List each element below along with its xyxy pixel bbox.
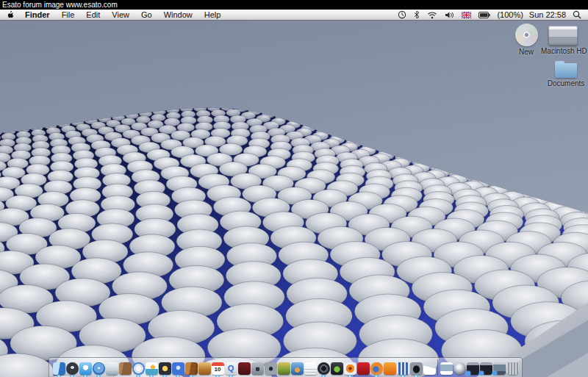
ical-icon: 10 [212,362,224,375]
menu-go[interactable]: Go [135,10,158,19]
dock-headphones[interactable] [290,359,304,377]
menubar-clock[interactable]: Sun 22:58 [526,10,569,19]
finder-icon [53,362,65,375]
dock-iphoto[interactable] [145,359,158,377]
dock-icon-glyph: 10 [212,367,224,373]
apple-icon [6,10,14,19]
dock-orange-ring[interactable] [343,359,356,377]
dock-red-n[interactable] [356,359,370,377]
dock-camera[interactable] [264,359,277,377]
dock-orange-badge[interactable] [383,359,396,377]
dock-minimized-window-image[interactable] [492,359,506,377]
preview-icon [106,362,118,375]
dock-preview[interactable] [105,359,118,377]
headphones-icon [291,362,304,375]
textedit-icon [304,362,317,375]
dock-quicktime[interactable]: Q [224,359,237,377]
dock: 10Q [49,357,523,377]
battery-icon[interactable] [475,12,494,18]
ichat-icon [79,362,92,375]
dock-minimized-window[interactable] [466,359,479,377]
firefox-icon [370,362,383,375]
wallpaper-selfridges-discs [0,21,588,377]
minimized-window-2-icon [480,362,492,375]
desktop-icon-documents[interactable]: Documents [545,60,587,87]
uk-flag-icon[interactable] [458,12,475,18]
desktop-icon-new-disc[interactable]: New [510,24,542,56]
dock-safari[interactable] [92,359,105,377]
menu-finder[interactable]: Finder [19,10,56,19]
dock-imovie[interactable] [158,359,171,377]
cd-icon [515,24,538,46]
orange-badge-icon [384,362,396,375]
dock-idvd[interactable] [171,359,184,377]
address-book-icon [119,362,132,375]
quicktime-icon: Q [225,362,237,375]
dock-garageband[interactable] [184,359,198,377]
menu-file[interactable]: File [56,10,81,19]
caption-text: Esato forum image www.esato.com [2,1,118,9]
caption-bar: Esato forum image www.esato.com [0,0,588,10]
metal-sphere-icon [453,362,466,375]
menu-view[interactable]: View [106,10,135,19]
dock-address-book[interactable] [118,359,132,377]
dock-finder[interactable] [52,359,65,377]
bluetooth-icon[interactable] [410,10,423,19]
dock-icon-glyph: Q [225,365,237,373]
volume-icon[interactable] [441,11,458,19]
orange-ring-icon [344,362,356,375]
menu-bar: Finder File Edit View Go Window Help (10… [0,10,588,21]
dock-green-creature[interactable] [330,359,343,377]
apple-menu[interactable] [0,10,19,19]
menu-edit[interactable]: Edit [80,10,106,19]
red-media-icon [238,362,251,375]
dock-ical[interactable]: 10 [211,359,224,377]
menu-window[interactable]: Window [158,10,198,19]
trash-icon [506,362,519,375]
desktop-icon-label: Macintosh HD [541,47,585,55]
dock-image-document[interactable] [440,359,453,377]
dock-textedit[interactable] [304,359,317,377]
dock-separator [437,359,438,376]
itunes-icon [132,362,145,375]
dock-trash[interactable] [506,359,519,377]
safari-icon [93,362,105,375]
garageband-icon [185,362,198,375]
dock-itunes[interactable] [132,359,145,377]
dock-image-capture[interactable] [251,359,264,377]
dock-dashboard[interactable] [65,359,79,377]
image-capture-icon [251,362,264,375]
idvd-icon [172,362,184,375]
clock-menu-icon[interactable] [394,10,410,19]
imovie-icon [159,362,171,375]
desktop: New Macintosh HD Documents [0,21,588,377]
black-bird-icon [410,362,423,375]
dock-ichat[interactable] [79,359,92,377]
dock-filmstrip[interactable] [396,359,409,377]
dock-fruit-basket[interactable] [277,359,290,377]
battery-percent[interactable]: (100%) [494,10,526,19]
dock-photo-stack[interactable] [423,359,436,377]
desktop-icon-label: New [510,48,542,56]
desktop-icon-macintosh-hd[interactable]: Macintosh HD [541,26,585,55]
dock-toolbox[interactable] [198,359,211,377]
dock-black-bird[interactable] [409,359,423,377]
dock-dvd-player[interactable] [317,359,330,377]
dock-metal-sphere[interactable] [453,359,466,377]
dock-minimized-window-2[interactable] [479,359,492,377]
dock-red-media[interactable] [237,359,251,377]
minimized-window-icon [467,362,479,375]
dock-firefox[interactable] [370,359,383,377]
dvd-player-icon [318,362,330,375]
menu-help[interactable]: Help [198,10,227,19]
spotlight-icon[interactable] [569,10,588,19]
folder-icon [555,63,577,78]
desktop-icon-label: Documents [545,79,587,87]
filmstrip-icon [397,362,409,375]
wifi-icon[interactable] [423,11,441,19]
camera-icon [265,362,277,375]
red-n-icon [357,362,370,375]
minimized-window-image-icon [493,362,506,375]
dashboard-icon [66,362,79,375]
hard-drive-icon [548,26,578,46]
